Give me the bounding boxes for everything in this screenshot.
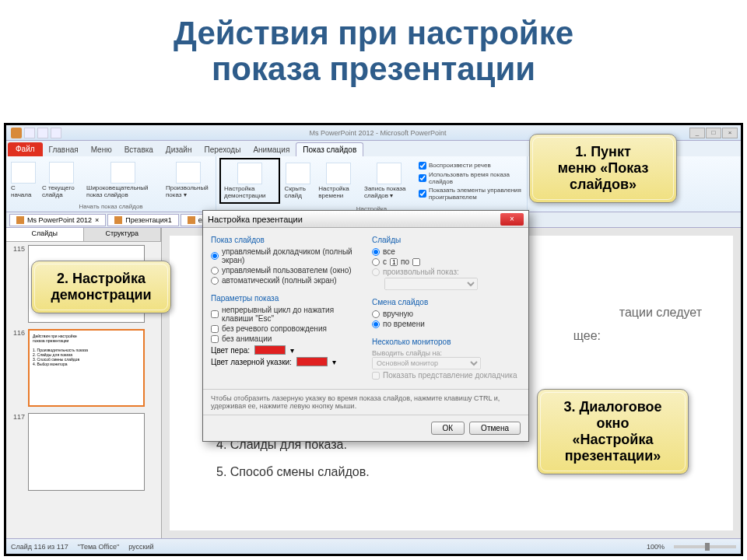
slide-counter: Слайд 116 из 117	[11, 543, 68, 551]
maximize-button[interactable]: □	[706, 128, 721, 138]
group-slides: Слайды	[372, 236, 521, 244]
dialog-hint: Чтобы отобразить лазерную указку во врем…	[203, 389, 528, 415]
tab-transitions[interactable]: Переходы	[198, 143, 247, 156]
check-loop[interactable]: непрерывный цикл до нажатия клавиши "Esc…	[211, 306, 359, 323]
group-show-type: Показ слайдов	[211, 236, 359, 244]
radio-timing[interactable]: по времени	[372, 320, 521, 328]
show-controls-check[interactable]: Показать элементы управления проигрывате…	[419, 187, 524, 201]
radio-all-slides[interactable]: все	[372, 247, 521, 256]
undo-icon[interactable]	[37, 128, 48, 138]
doc-tab-1[interactable]: Ms PowerPoint 2012×	[9, 214, 106, 226]
app-icon	[11, 128, 22, 138]
hide-slide-button[interactable]: Скрыть слайд	[283, 161, 314, 201]
monitor-select: Основной монитор	[372, 357, 481, 369]
status-bar: Слайд 116 из 117 "Тема Office" русский 1…	[6, 538, 741, 554]
radio-kiosk[interactable]: автоматический (полный экран)	[211, 276, 359, 285]
setup-presentation-dialog: Настройка презентации × Показ слайдов уп…	[202, 210, 529, 442]
pen-color[interactable]	[254, 345, 286, 355]
play-narration-check[interactable]: Воспроизвести речев	[419, 162, 524, 170]
to-input	[412, 258, 420, 266]
minimize-button[interactable]: _	[689, 128, 705, 138]
tab-menu[interactable]: Меню	[85, 143, 118, 156]
radio-range[interactable]: с по	[372, 257, 521, 266]
rehearse-button[interactable]: Настройка времени	[317, 161, 359, 201]
group-advance: Смена слайдов	[372, 298, 521, 306]
doc-tab-2[interactable]: Презентация1	[107, 214, 178, 226]
setup-slideshow-button[interactable]: Настройка демонстрации	[219, 158, 280, 204]
broadcast-button[interactable]: Широковещательный показ слайдов	[85, 160, 161, 200]
tab-file[interactable]: Файл	[8, 142, 43, 156]
theme-name: "Тема Office"	[78, 543, 119, 551]
radio-manual[interactable]: вручную	[372, 310, 521, 318]
ok-button[interactable]: ОК	[431, 422, 465, 435]
dialog-title: Настройка презентации	[208, 215, 303, 224]
radio-presenter[interactable]: управляемый докладчиком (полный экран)	[211, 247, 359, 264]
close-button[interactable]: ×	[722, 128, 738, 138]
language-indicator[interactable]: русский	[128, 543, 153, 551]
callout-3: 3. Диалоговоеокно«Настройкапрезентации»	[537, 389, 689, 474]
use-timings-check[interactable]: Использовать время показа слайдов	[419, 171, 524, 185]
custom-show-button[interactable]: Произвольный показ ▾	[164, 160, 212, 200]
zoom-level[interactable]: 100%	[647, 543, 665, 551]
save-icon[interactable]	[24, 128, 35, 138]
tab-home[interactable]: Главная	[43, 143, 85, 156]
slides-tab[interactable]: Слайды	[6, 228, 84, 241]
slide-title: Действия при настройке показа презентаци…	[0, 0, 747, 99]
radio-custom-show[interactable]: произвольный показ:	[372, 268, 521, 276]
radio-user[interactable]: управляемый пользователем (окно)	[211, 266, 359, 275]
outline-tab[interactable]: Структура	[84, 228, 162, 241]
custom-show-select	[384, 278, 478, 290]
from-beginning-button[interactable]: С начала	[9, 160, 37, 200]
group-monitors: Несколько мониторов	[372, 338, 521, 346]
check-no-narration[interactable]: без речевого сопровождения	[211, 324, 359, 333]
group-start-label: Начать показ слайдов	[9, 201, 212, 210]
tab-animation[interactable]: Анимация	[247, 143, 296, 156]
record-button[interactable]: Запись показа слайдов ▾	[363, 161, 416, 201]
cancel-button[interactable]: Отмена	[469, 422, 521, 435]
thumb-117[interactable]	[28, 413, 145, 491]
from-current-button[interactable]: С текущего слайда	[40, 160, 82, 200]
zoom-slider[interactable]	[674, 545, 736, 548]
group-options: Параметры показа	[211, 294, 359, 303]
check-no-animation[interactable]: без анимации	[211, 334, 359, 343]
tab-insert[interactable]: Вставка	[118, 143, 160, 156]
tab-slideshow[interactable]: Показ слайдов	[296, 142, 363, 156]
thumb-116[interactable]: Действия при настройкепоказа презентации…	[28, 329, 145, 407]
laser-color[interactable]	[296, 357, 328, 366]
tab-design[interactable]: Дизайн	[160, 143, 198, 156]
from-input	[390, 258, 398, 266]
dialog-close-button[interactable]: ×	[500, 213, 524, 226]
callout-1: 1. Пунктменю «Показслайдов»	[529, 134, 677, 203]
callout-2: 2. Настройкадемонстрации	[31, 261, 171, 313]
redo-icon[interactable]	[51, 128, 61, 138]
check-presenter-view[interactable]: Показать представление докладчика	[372, 371, 521, 380]
